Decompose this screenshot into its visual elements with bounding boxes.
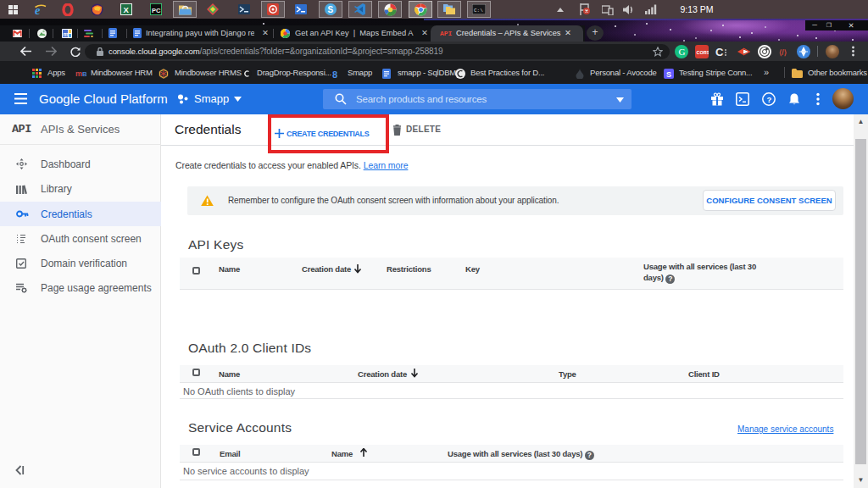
svg-text:PC: PC bbox=[152, 7, 161, 14]
svg-text:C: C bbox=[715, 46, 724, 58]
svg-text:C:\: C:\ bbox=[474, 8, 483, 14]
svg-text:B: B bbox=[82, 70, 86, 77]
svg-text:S: S bbox=[328, 5, 334, 14]
svg-text:m: m bbox=[75, 69, 82, 77]
svg-text:8: 8 bbox=[332, 69, 337, 80]
svg-text:G: G bbox=[679, 47, 686, 57]
svg-text:?: ? bbox=[767, 95, 772, 104]
svg-text:S: S bbox=[666, 70, 671, 79]
svg-text:⟨/⟩: ⟨/⟩ bbox=[779, 47, 787, 56]
svg-text:CORS: CORS bbox=[697, 49, 709, 54]
svg-text:X: X bbox=[124, 5, 130, 14]
svg-text:m: m bbox=[64, 31, 69, 37]
